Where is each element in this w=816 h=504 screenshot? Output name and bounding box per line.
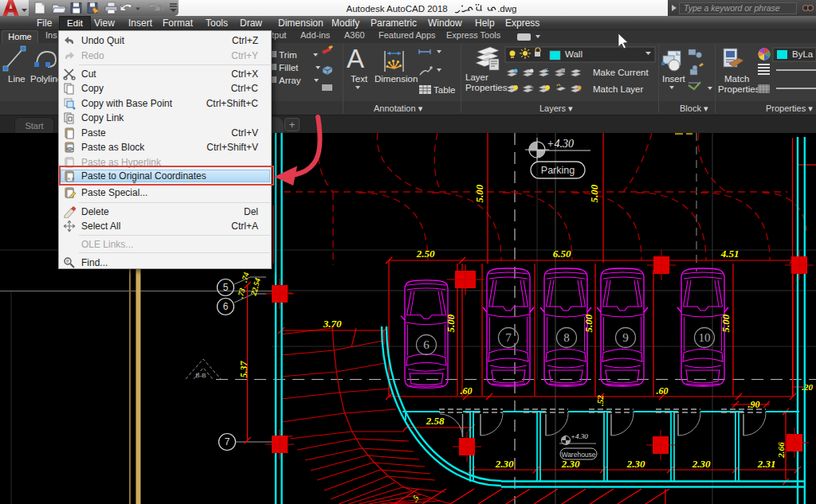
svg-text:.73: .73 bbox=[236, 287, 247, 299]
svg-text:Table: Table bbox=[434, 85, 456, 95]
svg-text:5.37: 5.37 bbox=[238, 361, 249, 378]
svg-text:Line: Line bbox=[8, 74, 26, 84]
svg-text:Match Layer: Match Layer bbox=[593, 84, 643, 94]
svg-text:+4.30: +4.30 bbox=[571, 432, 588, 440]
svg-text:2.30: 2.30 bbox=[495, 458, 514, 470]
svg-text:5.00: 5.00 bbox=[445, 314, 457, 332]
svg-text:A: A bbox=[347, 44, 364, 73]
svg-text:8: 8 bbox=[563, 331, 570, 344]
svg-text:Array: Array bbox=[279, 76, 301, 85]
svg-text:5.00: 5.00 bbox=[583, 314, 594, 332]
svg-text:.60: .60 bbox=[657, 385, 669, 397]
svg-text:.90: .90 bbox=[748, 399, 760, 410]
svg-text:10: 10 bbox=[699, 331, 711, 344]
svg-text:Warehouse: Warehouse bbox=[561, 451, 595, 459]
svg-text:Dimension: Dimension bbox=[375, 74, 418, 84]
svg-text:3.70: 3.70 bbox=[323, 318, 342, 330]
svg-text:2.30: 2.30 bbox=[561, 458, 580, 470]
svg-text:Match: Match bbox=[724, 74, 749, 84]
svg-text:2.58: 2.58 bbox=[426, 415, 445, 427]
svg-text:.20: .20 bbox=[802, 382, 813, 392]
svg-text:6: 6 bbox=[423, 338, 430, 351]
svg-text:Insert: Insert bbox=[662, 74, 686, 84]
svg-text:6.50: 6.50 bbox=[553, 248, 571, 260]
svg-text:Properties: Properties bbox=[465, 83, 508, 92]
svg-text:B-B: B-B bbox=[195, 372, 206, 379]
svg-text:Layer: Layer bbox=[465, 72, 488, 82]
svg-text:5.00: 5.00 bbox=[720, 314, 732, 332]
svg-text:Wall: Wall bbox=[565, 49, 583, 59]
svg-text:+4.30: +4.30 bbox=[547, 138, 574, 150]
svg-text:5.00: 5.00 bbox=[473, 184, 485, 202]
svg-text:.60: .60 bbox=[461, 385, 473, 397]
svg-text:6: 6 bbox=[223, 301, 229, 312]
svg-text:4.51: 4.51 bbox=[720, 248, 740, 260]
svg-text:2.30: 2.30 bbox=[692, 458, 711, 470]
svg-text:Properties: Properties bbox=[718, 84, 760, 94]
svg-text:Text: Text bbox=[351, 74, 368, 84]
svg-text:.74: .74 bbox=[240, 272, 251, 283]
svg-text:Parking: Parking bbox=[541, 165, 575, 176]
svg-text:22.54: 22.54 bbox=[249, 277, 262, 298]
svg-text:9: 9 bbox=[622, 331, 629, 344]
svg-text:7: 7 bbox=[505, 331, 512, 344]
svg-text:7: 7 bbox=[225, 436, 230, 447]
svg-text:5: 5 bbox=[223, 282, 229, 293]
svg-text:ByLa: ByLa bbox=[792, 49, 814, 59]
svg-text:2.30: 2.30 bbox=[626, 458, 645, 470]
svg-text:Fillet: Fillet bbox=[279, 63, 299, 72]
svg-text:2.31: 2.31 bbox=[757, 458, 776, 470]
svg-text:5.00: 5.00 bbox=[588, 184, 600, 202]
svg-text:2.66: 2.66 bbox=[776, 442, 786, 459]
svg-text:Make Current: Make Current bbox=[593, 68, 649, 77]
svg-text:.52: .52 bbox=[595, 395, 605, 406]
svg-text:Trim: Trim bbox=[279, 50, 297, 60]
svg-text:2.50: 2.50 bbox=[416, 248, 435, 260]
